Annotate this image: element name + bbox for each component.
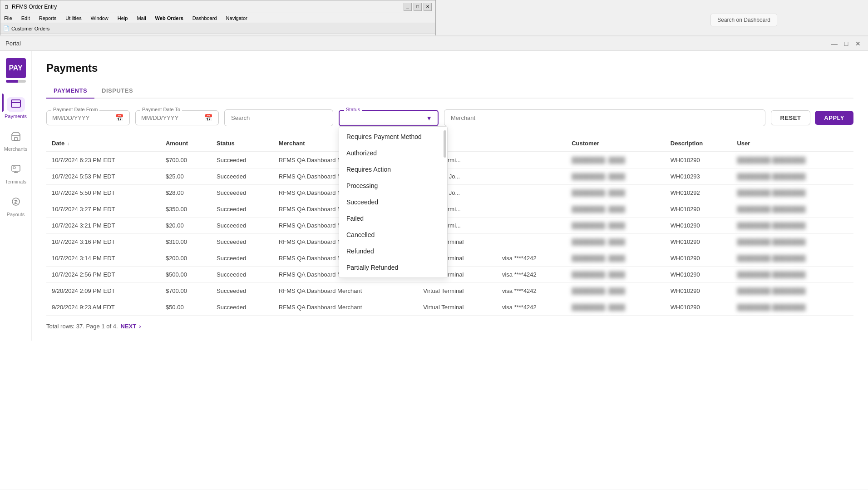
terminals-icon: [11, 164, 21, 176]
table-row[interactable]: 10/7/2024 5:50 PM EDT$28.00SucceededRFMS…: [46, 185, 853, 201]
cell-description: WH010290: [665, 201, 732, 218]
tab-disputes[interactable]: DISPUTES: [94, 84, 140, 99]
pagination-next-link[interactable]: NEXT: [121, 323, 137, 330]
col-description[interactable]: Description: [665, 135, 732, 152]
date-to-input[interactable]: [141, 114, 200, 121]
portal-close-btn[interactable]: ✕: [853, 39, 863, 48]
menu-web-orders[interactable]: Web Orders: [153, 15, 185, 22]
status-option-succeeded[interactable]: Succeeded: [339, 194, 447, 210]
cell-amount: $25.00: [160, 168, 211, 185]
cell-user: ████████ ████████: [731, 152, 853, 168]
cell-date: 10/7/2024 6:23 PM EDT: [46, 152, 160, 168]
merchants-icon: [11, 132, 21, 143]
table-row[interactable]: 10/7/2024 3:14 PM EDT$200.00SucceededRFM…: [46, 250, 853, 267]
status-option-requires-payment-method[interactable]: Requires Payment Method: [339, 129, 447, 145]
portal-window-controls: — □ ✕: [830, 39, 863, 48]
table-row[interactable]: 10/7/2024 3:21 PM EDT$20.00SucceededRFMS…: [46, 218, 853, 234]
status-label: Status: [344, 107, 362, 112]
pagination-arrow-icon[interactable]: ›: [139, 323, 141, 330]
status-option-requires-action[interactable]: Requires Action: [339, 161, 447, 178]
cell-status: Succeeded: [211, 267, 273, 283]
table-body: 10/7/2024 6:23 PM EDT$700.00SucceededRFM…: [46, 152, 853, 316]
cell-status: Succeeded: [211, 234, 273, 250]
status-option-cancelled[interactable]: Cancelled: [339, 227, 447, 243]
cell-card: visa ****4242: [497, 250, 566, 267]
date-from-calendar-icon[interactable]: 📅: [115, 114, 124, 122]
sidebar-item-payouts[interactable]: Payouts: [2, 192, 30, 221]
menu-edit[interactable]: Edit: [20, 15, 32, 22]
pagination-info: Total rows: 37. Page 1 of 4.: [46, 323, 118, 330]
svg-rect-0: [11, 100, 20, 107]
table-row[interactable]: 9/20/2024 2:09 PM EDT$700.00SucceededRFM…: [46, 283, 853, 299]
sidebar-item-merchants[interactable]: Merchants: [2, 126, 30, 155]
status-option-processing[interactable]: Processing: [339, 178, 447, 194]
table-row[interactable]: 10/7/2024 5:53 PM EDT$25.00SucceededRFMS…: [46, 168, 853, 185]
cell-card: [497, 152, 566, 168]
sidebar-item-payments[interactable]: Payments: [2, 94, 30, 123]
menu-file[interactable]: File: [2, 15, 14, 22]
col-amount[interactable]: Amount: [160, 135, 211, 152]
cell-amount: $310.00: [160, 234, 211, 250]
status-option-failed[interactable]: Failed: [339, 210, 447, 227]
cell-customer: ████████, ████: [566, 283, 665, 299]
cell-card: [497, 168, 566, 185]
dropdown-scrollbar[interactable]: [444, 130, 446, 158]
menu-utilities[interactable]: Utilities: [64, 15, 83, 22]
search-input[interactable]: [224, 109, 333, 126]
cell-date: 10/7/2024 5:53 PM EDT: [46, 168, 160, 185]
tab-payments[interactable]: PAYMENTS: [46, 84, 94, 99]
date-to-calendar-icon[interactable]: 📅: [204, 114, 213, 122]
table-row[interactable]: 10/7/2024 3:16 PM EDT$310.00SucceededRFM…: [46, 234, 853, 250]
col-status[interactable]: Status: [211, 135, 273, 152]
reset-button[interactable]: RESET: [771, 110, 811, 125]
payments-table: Date ↓ Amount Status Merchant Type Custo…: [46, 135, 853, 316]
cell-amount: $20.00: [160, 218, 211, 234]
menu-reports[interactable]: Reports: [37, 15, 59, 22]
date-from-input-wrap[interactable]: Payment Date From 📅: [46, 110, 130, 125]
cell-date: 9/20/2024 2:09 PM EDT: [46, 283, 160, 299]
payouts-icon: [11, 197, 21, 208]
menu-help[interactable]: Help: [116, 15, 130, 22]
status-dropdown-menu: Requires Payment Method Authorized Requi…: [339, 126, 448, 278]
portal-maximize-btn[interactable]: □: [842, 39, 851, 48]
merchant-input[interactable]: [444, 109, 765, 126]
table-row[interactable]: 9/20/2024 9:23 AM EDT$50.00SucceededRFMS…: [46, 299, 853, 316]
table-row[interactable]: 10/7/2024 3:27 PM EDT$350.00SucceededRFM…: [46, 201, 853, 218]
col-date[interactable]: Date ↓: [46, 135, 160, 152]
portal-minimize-btn[interactable]: —: [830, 39, 839, 48]
menu-window[interactable]: Window: [89, 15, 110, 22]
date-from-input[interactable]: [52, 114, 111, 121]
cell-status: Succeeded: [211, 283, 273, 299]
rfms-maximize-btn[interactable]: □: [414, 3, 422, 11]
menu-dashboard[interactable]: Dashboard: [191, 15, 219, 22]
rfms-minimize-btn[interactable]: _: [404, 3, 412, 11]
rfms-inner-bar: 📄 Customer Orders: [0, 23, 435, 34]
status-option-refunded[interactable]: Refunded: [339, 243, 447, 259]
menu-navigator[interactable]: Navigator: [224, 15, 249, 22]
sidebar-item-terminals[interactable]: Terminals: [2, 159, 30, 188]
apply-button[interactable]: APPLY: [815, 111, 853, 125]
status-option-partially-refunded[interactable]: Partially Refunded: [339, 259, 447, 276]
cell-amount: $700.00: [160, 152, 211, 168]
page-title: Payments: [46, 62, 853, 74]
logo-area: PAY: [6, 58, 26, 83]
cell-date: 10/7/2024 3:27 PM EDT: [46, 201, 160, 218]
cell-card: [497, 218, 566, 234]
cell-amount: $500.00: [160, 267, 211, 283]
date-to-input-wrap[interactable]: Payment Date To 📅: [135, 110, 219, 125]
table-row[interactable]: 10/7/2024 2:56 PM EDT$500.00SucceededRFM…: [46, 267, 853, 283]
cell-card: [497, 234, 566, 250]
menu-mail[interactable]: Mail: [135, 15, 148, 22]
status-option-authorized[interactable]: Authorized: [339, 145, 447, 161]
cell-card: [497, 201, 566, 218]
search-dashboard-field[interactable]: Search on Dashboard: [710, 14, 777, 26]
status-dropdown-trigger[interactable]: Status ▼: [339, 110, 439, 126]
cell-user: ████████ ████████: [731, 218, 853, 234]
col-customer[interactable]: Customer: [566, 135, 665, 152]
rfms-close-btn[interactable]: ✕: [424, 3, 432, 11]
cell-status: Succeeded: [211, 201, 273, 218]
cell-date: 10/7/2024 3:14 PM EDT: [46, 250, 160, 267]
col-user[interactable]: User: [731, 135, 853, 152]
cell-card: [497, 185, 566, 201]
table-row[interactable]: 10/7/2024 6:23 PM EDT$700.00SucceededRFM…: [46, 152, 853, 168]
